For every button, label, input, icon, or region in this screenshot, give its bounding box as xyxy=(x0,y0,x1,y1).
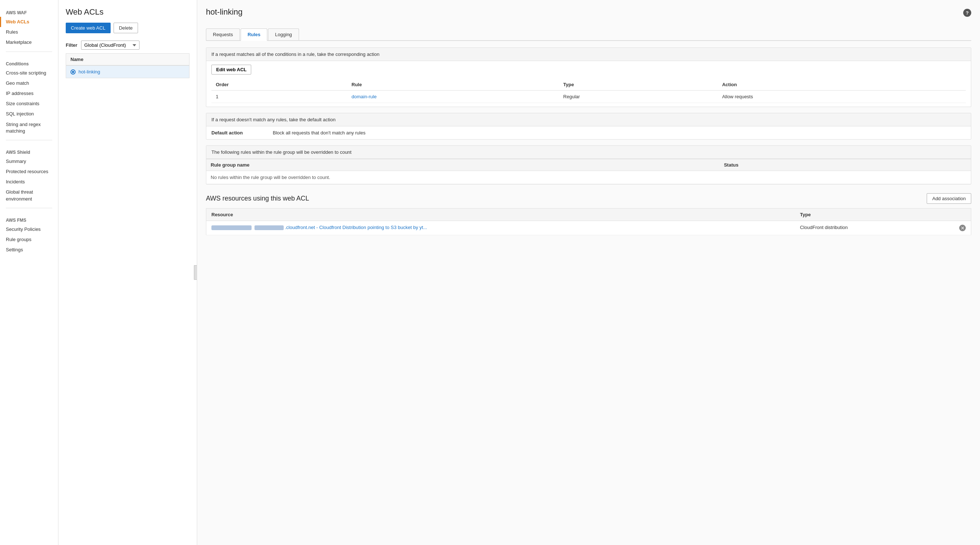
divider-1 xyxy=(6,51,52,52)
default-action-grid: Default action Block all requests that d… xyxy=(206,126,971,139)
sidebar-item-web-acls[interactable]: Web ACLs xyxy=(0,17,58,27)
default-action-label: Default action xyxy=(212,130,270,135)
list-panel-title: Web ACLs xyxy=(66,7,189,17)
delete-button[interactable]: Delete xyxy=(113,23,138,33)
list-panel: Web ACLs Create web ACL Delete Filter Gl… xyxy=(59,0,197,545)
rg-col-name: Rule group name xyxy=(206,159,720,171)
resource-col-resource: Resource xyxy=(206,209,795,221)
cell-rule: domain-rule xyxy=(347,91,559,103)
cell-order: 1 xyxy=(212,91,347,103)
help-icon[interactable]: ? xyxy=(963,9,971,17)
collapse-toggle[interactable]: ‹ xyxy=(194,265,197,280)
sidebar-item-security-policies[interactable]: Security Policies xyxy=(0,224,58,234)
rules-info-box: If a request matches all of the conditio… xyxy=(206,48,971,107)
rg-empty-message: No rules within the rule group will be o… xyxy=(206,171,971,184)
filter-row: Filter Global (CloudFront) US East (N. V… xyxy=(66,41,189,50)
detail-panel: hot-linking ? Requests Rules Logging If … xyxy=(197,0,980,545)
acl-list: hot-linking xyxy=(66,65,189,78)
conditions-header: Conditions xyxy=(0,56,58,68)
radio-selected xyxy=(70,69,76,75)
resource-col-type: Type xyxy=(795,209,971,221)
sidebar-item-summary[interactable]: Summary xyxy=(0,156,58,167)
sidebar-item-size-constraints[interactable]: Size constraints xyxy=(0,99,58,109)
cell-action: Allow requests xyxy=(718,91,966,103)
toolbar: Create web ACL Delete xyxy=(66,23,189,33)
aws-fms-header: AWS FMS xyxy=(0,212,58,224)
sidebar-item-settings[interactable]: Settings xyxy=(0,245,58,255)
col-order: Order xyxy=(212,79,347,91)
resource-type-label: CloudFront distribution xyxy=(800,225,848,230)
sidebar-item-rules[interactable]: Rules xyxy=(0,27,58,37)
sidebar-item-marketplace[interactable]: Marketplace xyxy=(0,37,58,48)
acl-link-hot-linking[interactable]: hot-linking xyxy=(78,69,100,75)
sidebar-item-incidents[interactable]: Incidents xyxy=(0,177,58,187)
table-row: 1 domain-rule Regular Allow requests xyxy=(212,91,966,103)
filter-label: Filter xyxy=(66,42,77,48)
rule-group-description: The following rules within the rule grou… xyxy=(206,146,971,159)
sidebar: AWS WAF Web ACLs Rules Marketplace Condi… xyxy=(0,0,59,545)
blurred-part-1 xyxy=(212,225,251,230)
resource-cell-type: CloudFront distribution ✕ xyxy=(795,221,971,235)
blurred-part-2 xyxy=(255,225,284,230)
tab-requests[interactable]: Requests xyxy=(206,29,240,40)
rule-group-table: Rule group name Status No rules within t… xyxy=(206,159,971,184)
col-rule: Rule xyxy=(347,79,559,91)
rules-description: If a request matches all of the conditio… xyxy=(206,48,971,61)
rules-body: Edit web ACL Order Rule Type Action 1 xyxy=(206,61,971,107)
rules-table: Order Rule Type Action 1 domain-rule Reg… xyxy=(212,79,966,103)
default-action-box: If a request doesn't match any rules, ta… xyxy=(206,113,971,140)
sidebar-item-geo-match[interactable]: Geo match xyxy=(0,78,58,88)
edit-web-acl-button[interactable]: Edit web ACL xyxy=(212,65,251,75)
tabs: Requests Rules Logging xyxy=(206,29,971,41)
filter-select[interactable]: Global (CloudFront) US East (N. Virginia… xyxy=(81,41,140,50)
resource-table: Resource Type .cloudfront.net - Cloudfro… xyxy=(206,208,971,235)
add-association-button[interactable]: Add association xyxy=(927,193,971,204)
sidebar-item-string-regex[interactable]: String and regex matching xyxy=(0,120,58,136)
divider-2 xyxy=(6,140,52,140)
col-action: Action xyxy=(718,79,966,91)
acl-row[interactable]: hot-linking xyxy=(66,65,189,78)
sidebar-item-sql-injection[interactable]: SQL injection xyxy=(0,109,58,119)
resources-title: AWS resources using this web ACL xyxy=(206,195,309,202)
resource-type-cell: CloudFront distribution ✕ xyxy=(800,225,966,231)
sidebar-item-cross-site-scripting[interactable]: Cross-site scripting xyxy=(0,68,58,78)
main-content: Web ACLs Create web ACL Delete Filter Gl… xyxy=(59,0,980,545)
remove-association-button[interactable]: ✕ xyxy=(959,225,966,231)
default-action-value: Block all requests that don't match any … xyxy=(273,130,966,135)
cell-type: Regular xyxy=(559,91,718,103)
resources-header: AWS resources using this web ACL Add ass… xyxy=(206,193,971,204)
sidebar-item-global-threat[interactable]: Global threat environment xyxy=(0,187,58,204)
sidebar-item-rule-groups[interactable]: Rule groups xyxy=(0,234,58,245)
rg-empty-row: No rules within the rule group will be o… xyxy=(206,171,971,184)
divider-3 xyxy=(6,208,52,208)
col-type: Type xyxy=(559,79,718,91)
aws-shield-header: AWS Shield xyxy=(0,144,58,156)
sidebar-item-protected-resources[interactable]: Protected resources xyxy=(0,167,58,177)
tab-rules[interactable]: Rules xyxy=(240,29,267,41)
sidebar-item-ip-addresses[interactable]: IP addresses xyxy=(0,88,58,99)
rg-col-status: Status xyxy=(720,159,971,171)
tab-logging[interactable]: Logging xyxy=(268,29,299,40)
detail-title: hot-linking xyxy=(206,7,242,17)
aws-waf-header: AWS WAF xyxy=(0,5,58,17)
rule-link[interactable]: domain-rule xyxy=(352,94,377,99)
resource-row: .cloudfront.net - Cloudfront Distributio… xyxy=(206,221,971,235)
resource-cell-link: .cloudfront.net - Cloudfront Distributio… xyxy=(206,221,795,235)
create-web-acl-button[interactable]: Create web ACL xyxy=(66,23,111,33)
table-header: Name xyxy=(66,53,189,65)
rule-group-box: The following rules within the rule grou… xyxy=(206,145,971,185)
default-action-description: If a request doesn't match any rules, ta… xyxy=(206,113,971,126)
resource-link[interactable]: .cloudfront.net - Cloudfront Distributio… xyxy=(212,225,427,230)
